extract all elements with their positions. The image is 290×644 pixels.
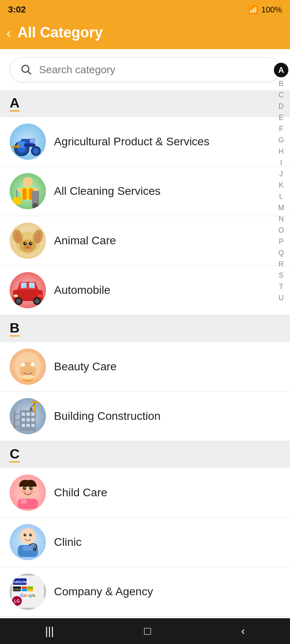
svg-point-85 xyxy=(31,534,31,535)
svg-rect-96 xyxy=(22,586,27,589)
beauty-icon xyxy=(10,349,46,385)
category-name: Automobile xyxy=(54,284,110,297)
alpha-item-c[interactable]: C xyxy=(276,89,287,101)
alpha-item-f[interactable]: F xyxy=(276,123,287,134)
category-name: Animal Care xyxy=(54,234,116,247)
list-item[interactable]: Agricultural Product & Services xyxy=(0,117,290,167)
alpha-item-b[interactable]: B xyxy=(276,78,287,89)
alpha-item-u[interactable]: U xyxy=(276,292,287,303)
company-icon: SAMSUNG SONY Google LG xyxy=(10,574,46,610)
header: ‹ All Category xyxy=(0,19,290,49)
svg-rect-98 xyxy=(22,589,27,591)
alpha-item-o[interactable]: O xyxy=(276,225,287,236)
section-header-c: C xyxy=(0,441,290,468)
back-button[interactable]: ‹ xyxy=(6,26,11,39)
search-icon xyxy=(20,63,33,76)
svg-rect-80 xyxy=(21,500,27,504)
alpha-item-r[interactable]: R xyxy=(276,258,287,270)
alpha-item-t[interactable]: T xyxy=(276,281,287,292)
svg-rect-67 xyxy=(30,408,32,411)
list-item[interactable]: Child Care xyxy=(0,468,290,518)
category-thumbnail-company: SAMSUNG SONY Google LG xyxy=(10,574,46,610)
svg-rect-57 xyxy=(31,413,35,416)
childcare-icon xyxy=(10,475,46,511)
section-letter-b: B xyxy=(10,321,20,336)
list-item[interactable]: Building Construction xyxy=(0,392,290,441)
battery-icon: 100% xyxy=(261,5,282,14)
auto-icon: MU 1301 xyxy=(10,272,46,308)
svg-rect-65 xyxy=(31,401,40,403)
nav-back-icon[interactable]: ‹ xyxy=(241,625,245,638)
svg-rect-59 xyxy=(27,418,30,421)
alpha-item-g[interactable]: G xyxy=(276,134,287,146)
list-item[interactable]: Clinic xyxy=(0,518,290,567)
alpha-item-j[interactable]: J xyxy=(276,168,287,180)
alphabet-index: A B C D E F G H I J K L M N O P Q R S T … xyxy=(272,60,290,307)
svg-rect-12 xyxy=(12,146,15,148)
wifi-icon: 📶 xyxy=(248,5,258,14)
svg-rect-99 xyxy=(27,589,33,591)
svg-rect-56 xyxy=(27,413,30,416)
status-bar: 3:02 📶 100% xyxy=(0,0,290,19)
alpha-item-n[interactable]: N xyxy=(276,213,287,225)
building-icon xyxy=(10,398,46,434)
svg-line-1 xyxy=(28,72,31,74)
list-item[interactable]: SAMSUNG SONY Google LG Company & Agency xyxy=(0,567,290,617)
svg-rect-55 xyxy=(22,413,25,416)
svg-point-78 xyxy=(30,490,34,493)
alpha-item-s[interactable]: S xyxy=(276,270,287,281)
category-name: Company & Agency xyxy=(54,585,153,598)
alpha-item-i[interactable]: I xyxy=(276,157,287,168)
svg-point-83 xyxy=(29,534,32,537)
category-name: Child Care xyxy=(54,486,107,499)
svg-point-5 xyxy=(33,149,38,153)
section-letter-a: A xyxy=(10,96,20,111)
category-name: Agricultural Product & Services xyxy=(54,135,209,148)
svg-rect-79 xyxy=(18,499,38,509)
svg-point-84 xyxy=(25,534,26,535)
alpha-item-h[interactable]: H xyxy=(276,146,287,157)
svg-text:SONY: SONY xyxy=(12,588,22,591)
alpha-item-e[interactable]: E xyxy=(276,112,287,123)
status-icons: 📶 100% xyxy=(248,5,282,14)
category-thumbnail-clinic xyxy=(10,524,46,560)
list-item[interactable]: Animal Care xyxy=(0,216,290,266)
alpha-item-p[interactable]: P xyxy=(276,236,287,247)
search-box[interactable] xyxy=(10,57,280,82)
svg-rect-8 xyxy=(24,144,35,147)
list-item[interactable]: Beauty Care xyxy=(0,342,290,392)
alpha-item-l[interactable]: L xyxy=(276,191,287,202)
svg-point-42 xyxy=(35,299,39,303)
nav-home-icon[interactable]: □ xyxy=(144,625,151,638)
svg-rect-97 xyxy=(27,586,33,589)
svg-rect-15 xyxy=(23,188,27,200)
svg-point-82 xyxy=(24,534,27,537)
category-name: Beauty Care xyxy=(54,360,117,373)
alpha-item-k[interactable]: K xyxy=(276,180,287,191)
nav-recent-apps-icon[interactable]: ||| xyxy=(45,625,54,638)
search-input[interactable] xyxy=(39,64,270,76)
alpha-item-q[interactable]: Q xyxy=(276,247,287,258)
alpha-item-m[interactable]: M xyxy=(276,202,287,213)
list-item[interactable]: All Cleaning Services xyxy=(0,167,290,216)
animal-icon xyxy=(10,223,46,259)
svg-point-30 xyxy=(31,243,32,244)
alpha-item-d[interactable]: D xyxy=(276,101,287,112)
alpha-active-item[interactable]: A xyxy=(274,63,288,77)
search-section xyxy=(0,49,290,90)
category-thumbnail-auto: MU 1301 xyxy=(10,272,46,308)
svg-rect-9 xyxy=(30,138,35,143)
category-name: Building Construction xyxy=(54,410,161,423)
agri-icon xyxy=(10,124,46,160)
svg-point-50 xyxy=(31,363,35,367)
svg-rect-58 xyxy=(22,418,25,421)
svg-text:LG: LG xyxy=(14,599,20,603)
svg-rect-43 xyxy=(14,295,18,297)
svg-point-75 xyxy=(25,487,26,489)
list-item[interactable]: MU 1301 Automobile xyxy=(0,266,290,315)
svg-rect-63 xyxy=(31,424,35,427)
svg-rect-60 xyxy=(31,418,35,421)
category-thumbnail-building xyxy=(10,398,46,434)
svg-rect-44 xyxy=(38,295,42,297)
svg-point-89 xyxy=(34,549,35,550)
